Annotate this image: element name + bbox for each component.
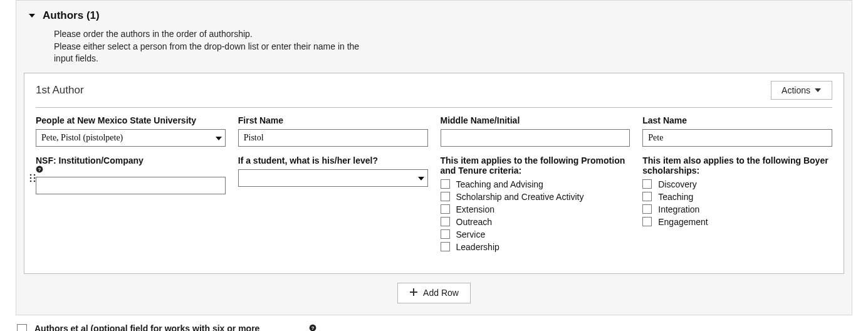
first-name-input[interactable] <box>238 129 428 147</box>
svg-point-5 <box>34 180 36 182</box>
middle-name-field: Middle Name/Initial <box>441 115 630 147</box>
pt-option-item: Extension <box>441 204 630 214</box>
boyer-option-checkbox[interactable] <box>642 217 652 226</box>
boyer-option-checkbox[interactable] <box>642 179 652 189</box>
pt-option-checkbox[interactable] <box>441 242 450 251</box>
pt-option-label: Service <box>456 229 486 239</box>
boyer-option-item: Engagement <box>642 217 832 227</box>
people-select[interactable] <box>36 129 226 147</box>
actions-label: Actions <box>782 85 810 95</box>
middle-name-input[interactable] <box>441 129 630 147</box>
boyer-option-label: Discovery <box>658 179 696 189</box>
instructions-line: Please order the authors in the order of… <box>54 28 380 41</box>
add-row-button[interactable]: Add Row <box>397 283 471 303</box>
actions-button[interactable]: Actions <box>771 81 832 100</box>
drag-handle-icon[interactable] <box>29 174 36 184</box>
people-label: People at New Mexico State University <box>36 115 226 125</box>
boyer-option-item: Integration <box>642 204 832 214</box>
svg-text:?: ? <box>311 325 315 331</box>
panel-instructions: Please order the authors in the order of… <box>16 28 380 73</box>
pt-option-label: Outreach <box>456 217 493 227</box>
pt-option-label: Teaching and Advising <box>456 179 543 189</box>
last-name-input[interactable] <box>642 129 832 147</box>
authors-panel: Authors (1) Please order the authors in … <box>16 0 852 315</box>
pt-option-checkbox[interactable] <box>441 192 450 201</box>
authors-etal-row: Authors et al (optional field for works … <box>16 323 852 331</box>
middle-name-label: Middle Name/Initial <box>441 115 630 125</box>
boyer-option-label: Engagement <box>658 217 708 227</box>
author-card: 1st Author Actions People at New Mexico … <box>24 73 844 274</box>
add-row-label: Add Row <box>423 288 459 298</box>
first-name-field: First Name <box>238 115 428 147</box>
chevron-down-icon <box>28 11 36 20</box>
boyer-label: This item also applies to the following … <box>642 155 832 176</box>
panel-header[interactable]: Authors (1) <box>16 9 852 28</box>
boyer-option-label: Teaching <box>658 192 693 202</box>
boyer-option-checkbox[interactable] <box>642 192 652 201</box>
pt-criteria-field: This item applies to the following Promo… <box>441 155 630 255</box>
pt-option-item: Service <box>441 229 630 239</box>
pt-option-item: Outreach <box>441 217 630 227</box>
svg-text:?: ? <box>38 167 41 172</box>
panel-title: Authors (1) <box>43 9 100 22</box>
boyer-option-label: Integration <box>658 204 699 214</box>
help-icon[interactable]: ? <box>36 166 226 173</box>
pt-criteria-label: This item applies to the following Promo… <box>441 155 630 176</box>
svg-point-0 <box>30 174 32 176</box>
first-name-label: First Name <box>238 115 428 125</box>
author-heading: 1st Author <box>36 84 84 97</box>
boyer-option-checkbox[interactable] <box>642 204 652 214</box>
svg-point-1 <box>34 174 36 176</box>
help-icon[interactable]: ? <box>309 324 316 331</box>
boyer-option-item: Discovery <box>642 179 832 189</box>
pt-option-label: Scholarship and Creative Activity <box>456 192 584 202</box>
svg-point-3 <box>34 177 36 179</box>
pt-option-checkbox[interactable] <box>441 217 450 226</box>
nsf-input[interactable] <box>36 177 226 194</box>
instructions-line: Please either select a person from the d… <box>54 41 380 65</box>
last-name-label: Last Name <box>642 115 832 125</box>
svg-point-4 <box>30 180 32 182</box>
student-level-field: If a student, what is his/her level? <box>238 155 428 187</box>
pt-option-item: Scholarship and Creative Activity <box>441 192 630 202</box>
boyer-field: This item also applies to the following … <box>642 155 832 229</box>
authors-etal-label: Authors et al (optional field for works … <box>34 323 273 331</box>
pt-option-item: Leadership <box>441 242 630 252</box>
nsf-label: NSF: Institution/Company ? <box>36 155 226 173</box>
chevron-down-icon <box>814 85 822 95</box>
people-field: People at New Mexico State University <box>36 115 226 147</box>
plus-icon <box>409 288 418 298</box>
nsf-field: NSF: Institution/Company ? <box>36 155 226 194</box>
nsf-label-text: NSF: Institution/Company <box>36 155 144 166</box>
pt-option-checkbox[interactable] <box>441 204 450 214</box>
student-level-label: If a student, what is his/her level? <box>238 155 428 166</box>
boyer-list: DiscoveryTeachingIntegrationEngagement <box>642 179 832 227</box>
last-name-field: Last Name <box>642 115 832 147</box>
svg-point-2 <box>30 177 32 179</box>
pt-criteria-list: Teaching and AdvisingScholarship and Cre… <box>441 179 630 252</box>
pt-option-checkbox[interactable] <box>441 229 450 239</box>
pt-option-label: Leadership <box>456 242 499 252</box>
pt-option-item: Teaching and Advising <box>441 179 630 189</box>
pt-option-label: Extension <box>456 204 494 214</box>
pt-option-checkbox[interactable] <box>441 179 450 189</box>
authors-etal-checkbox[interactable] <box>17 324 27 331</box>
student-level-select[interactable] <box>238 169 428 187</box>
boyer-option-item: Teaching <box>642 192 832 202</box>
